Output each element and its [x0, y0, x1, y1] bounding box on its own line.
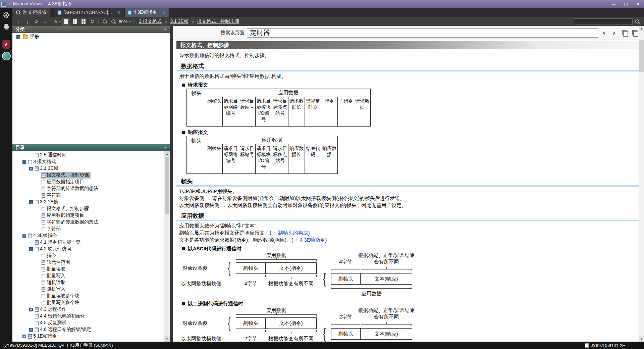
find-previous-button[interactable]: ∧: [610, 29, 619, 37]
toc-item[interactable]: 应用数据指定项目: [12, 212, 164, 219]
scroll-down-icon[interactable]: ▼: [639, 336, 644, 342]
chevron-down-icon[interactable]: ▼: [164, 28, 167, 31]
scroll-down-icon[interactable]: ▼: [164, 336, 170, 342]
document-icon: [42, 274, 45, 278]
toc-item[interactable]: 4.3 远程操作: [12, 306, 164, 313]
scrollbar-thumb[interactable]: [639, 40, 644, 72]
search-options-button[interactable]: [630, 29, 639, 37]
back-icon[interactable]: ↺: [32, 18, 40, 26]
toc-item[interactable]: 批量读取: [12, 266, 164, 272]
favorites-star-icon[interactable]: ★▼: [53, 18, 61, 26]
tab-document-1[interactable]: [SH-081271CHN-AC]... ✕: [55, 8, 124, 17]
scroll-up-icon[interactable]: ▲: [164, 151, 170, 156]
tree-expand-icon[interactable]: [22, 234, 26, 238]
toc-panel-header[interactable]: 目录 ▼: [12, 144, 170, 151]
find-next-button[interactable]: ∨: [600, 29, 608, 37]
document-icon: [42, 180, 45, 184]
toc-item[interactable]: 报文格式、控制步骤: [12, 172, 164, 179]
breadcrumb-link-2[interactable]: 3.1 3E帧: [170, 18, 188, 24]
toc-item[interactable]: 4.1 指令和功能一览: [12, 239, 164, 246]
chevron-down-icon[interactable]: ▼: [164, 146, 167, 149]
toc-item[interactable]: 4.6 远程口令的解锁/锁定: [12, 326, 164, 333]
continuous-page-view-icon[interactable]: [71, 18, 79, 26]
tree-expand-icon[interactable]: [29, 308, 33, 311]
highlight-all-button[interactable]: [620, 29, 629, 37]
link-3e-frame-commands[interactable]: 4 3E帧指令: [300, 237, 325, 243]
table-cell: 副帧头: [206, 144, 223, 174]
settings-gear-icon[interactable]: [2, 11, 11, 19]
zoom-out-icon[interactable]: [109, 18, 117, 26]
scrollbar-thumb[interactable]: [165, 157, 169, 214]
toolbar-search-input[interactable]: [574, 18, 633, 25]
toc-item[interactable]: 软元件范围: [12, 259, 164, 266]
tree-expand-icon[interactable]: [22, 160, 26, 164]
minimize-button[interactable]: ─: [608, 0, 620, 8]
forward-icon[interactable]: →: [41, 18, 49, 26]
toc-item-label: 随机读取: [47, 280, 65, 286]
category-root-item[interactable]: 手册: [12, 33, 170, 41]
expand-icon[interactable]: [16, 35, 20, 39]
tree-expand-icon[interactable]: [29, 167, 33, 170]
breadcrumb-link-1[interactable]: 3 报文格式: [139, 18, 162, 24]
tab-cross-document-search[interactable]: 跨文档搜索: [12, 8, 50, 17]
toc-item[interactable]: 批量读取多个块: [12, 293, 164, 299]
toc-item[interactable]: 字符部: [12, 226, 164, 232]
zoom-level-select[interactable]: 80%▼: [118, 18, 131, 26]
search-icon[interactable]: [635, 19, 640, 24]
page-search-input[interactable]: [247, 28, 598, 38]
tree-expand-icon[interactable]: [29, 247, 33, 251]
toc-item[interactable]: 3.1 3E帧: [12, 165, 164, 172]
breadcrumb-link-3[interactable]: 报文格式、控制步骤: [197, 18, 239, 24]
category-panel-header[interactable]: 分类 ▼: [12, 26, 170, 33]
close-tab-icon[interactable]: ✕: [117, 10, 121, 15]
toc-item[interactable]: 应用数据指定项目: [12, 179, 164, 185]
tree-expand-icon[interactable]: [29, 328, 33, 332]
toc-item[interactable]: 字符部的传送数据的想法: [12, 219, 164, 226]
toc-item[interactable]: 随机写入: [12, 286, 164, 293]
sidebar-scrollbar[interactable]: ▲ ▼: [164, 151, 170, 342]
close-button[interactable]: ✕: [632, 0, 644, 8]
toc-item-label: 4.1 指令和功能一览: [40, 239, 80, 245]
toc-item[interactable]: 2.5 通信时间: [12, 152, 164, 158]
link-subheader-structure[interactable]: 副帧头的构成: [278, 230, 308, 236]
breadcrumb-separator: >: [165, 19, 167, 24]
toc-item[interactable]: 3.2 1E帧: [12, 199, 164, 205]
viewer-logo-icon[interactable]: [2, 52, 11, 60]
message-structure-diagram: 应用数据 对象设备侧 副帧头 文本(指令) 以太网搭载模块侧 2字节 根据功能会…: [181, 307, 639, 342]
toc-item-label: 批量写入多个块: [47, 300, 79, 306]
toc-item[interactable]: 4.5 反复测试: [12, 319, 164, 326]
tree-expand-icon[interactable]: [29, 200, 33, 204]
maximize-button[interactable]: ▢: [620, 0, 632, 8]
toc-item[interactable]: 3 报文格式: [12, 158, 164, 165]
grid-view-icon[interactable]: [79, 18, 88, 26]
single-page-view-icon[interactable]: [62, 18, 70, 26]
content-scrollbar[interactable]: ▲ ▼: [639, 26, 644, 342]
toc-item[interactable]: 4 3E帧指令: [12, 232, 164, 239]
toc-item[interactable]: 批量写入多个块: [12, 299, 164, 306]
close-tab-icon[interactable]: ✕: [162, 10, 166, 15]
scroll-up-icon[interactable]: ▲: [639, 26, 644, 31]
sidebar-splitter[interactable]: [170, 26, 173, 342]
tab-document-2-active[interactable]: 4 3E帧指令 ✕: [125, 8, 169, 17]
toc-item[interactable]: 字符部的传送数据的想法: [12, 185, 164, 192]
toc-item[interactable]: 随机读取: [12, 279, 164, 286]
toc-item[interactable]: 报文格式、控制步骤: [12, 205, 164, 212]
refresh-icon[interactable]: ↻: [88, 18, 96, 26]
down-arrow-icon[interactable]: ↓: [23, 18, 32, 26]
toc-item[interactable]: 批量写入: [12, 272, 164, 279]
toc-item[interactable]: 指令: [12, 252, 164, 259]
document-icon: [42, 294, 45, 298]
toc-item-label: 3 报文格式: [33, 159, 56, 165]
subsection-title: 以ASCII代码进行通信时: [182, 246, 639, 252]
toc-item[interactable]: 5 1E帧指令: [12, 333, 164, 340]
table-cell: 帧头: [187, 89, 206, 127]
toc-item[interactable]: 4.2 软元件访问: [12, 246, 164, 252]
e-manual-logo-icon[interactable]: e: [2, 40, 10, 49]
printer-icon[interactable]: [2, 22, 11, 31]
toc-item[interactable]: 字符部: [12, 192, 164, 199]
toc-item[interactable]: 4.4 出错代码的初始化: [12, 313, 164, 319]
up-arrow-icon[interactable]: ↑: [15, 18, 23, 26]
subsection-title: 以二进制代码进行通信时: [182, 301, 639, 307]
zoom-in-icon[interactable]: [101, 18, 109, 26]
tree-expand-icon[interactable]: [22, 335, 26, 338]
